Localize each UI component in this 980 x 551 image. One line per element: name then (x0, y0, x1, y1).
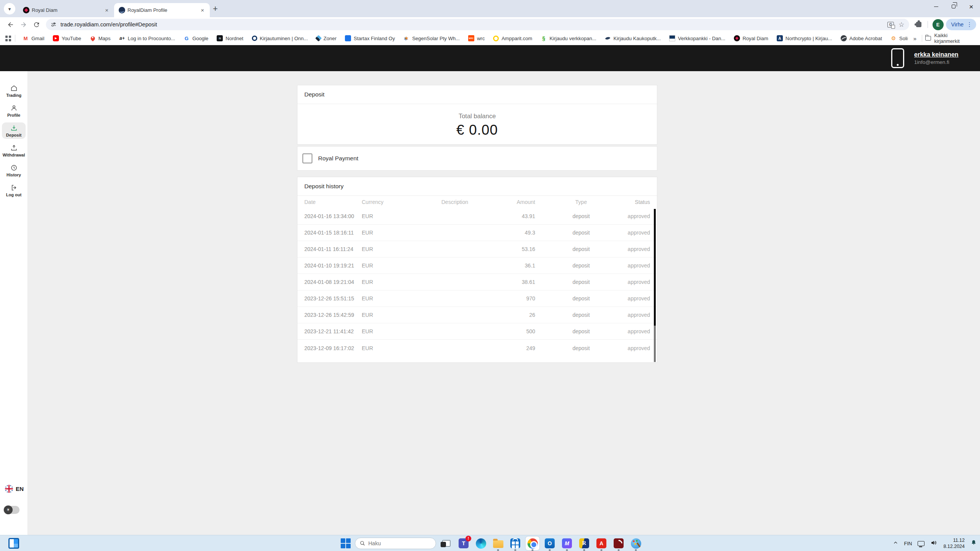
nordnet-icon: ≈ (217, 35, 223, 41)
extensions-icon[interactable] (916, 22, 921, 27)
theme-toggle[interactable]: ☀ (3, 506, 20, 514)
sidebar-item-history[interactable]: History (2, 162, 26, 179)
tray-chevron-up-icon[interactable] (893, 540, 898, 547)
sidebar-item-trading[interactable]: Trading (2, 83, 26, 99)
table-row: 2024-01-08 19:21:04EUR38.61depositapprov… (297, 274, 657, 290)
bookmark-17[interactable]: Adobe Acrobat (841, 35, 882, 41)
cell-status: approved (627, 312, 650, 318)
cell-status: approved (627, 279, 650, 285)
minimize-button[interactable] (927, 0, 945, 13)
url-text: trade.royaldiam.com/en/profile#Deposit (60, 21, 887, 28)
new-tab-button[interactable]: + (213, 4, 218, 14)
startax-icon (345, 35, 351, 41)
outlook-icon[interactable]: O (543, 536, 557, 550)
bookmark-9[interactable]: ✶SegenSolar Pty Wh... (403, 35, 460, 41)
bookmark-16[interactable]: ANorthcrypto | Kirjau... (777, 35, 832, 41)
danske-icon (669, 35, 675, 41)
bookmark-3[interactable]: a+Log in to Procounto... (119, 35, 175, 41)
profile-avatar[interactable]: E (933, 19, 944, 30)
acrobat-icon[interactable]: A (595, 536, 608, 550)
volume-icon[interactable] (930, 540, 938, 548)
bookmarks-overflow-icon[interactable]: » (913, 35, 916, 42)
teams-icon[interactable]: T! (457, 536, 470, 550)
scrollbar-thumb[interactable] (654, 209, 656, 326)
bookmark-2[interactable]: Maps (90, 35, 111, 41)
sidebar-item-withdrawal[interactable]: Withdrawal (2, 142, 26, 159)
file-explorer-icon[interactable] (491, 536, 505, 550)
reload-button[interactable] (31, 19, 42, 30)
bookmark-18[interactable]: ⚙SolisCloud Monitori... (890, 35, 908, 41)
cell-status: approved (627, 328, 650, 334)
bookmark-15[interactable]: Royal Diam (734, 35, 768, 41)
browser-tab-1[interactable]: RoyalDiam Profile× (114, 3, 210, 17)
menu-dots-icon[interactable]: ⋮ (967, 21, 972, 28)
close-icon: × (969, 3, 973, 10)
m-app-icon[interactable]: M (560, 536, 574, 550)
language-label: EN (16, 486, 24, 492)
bookmark-11[interactable]: Ampparit.com (493, 36, 532, 41)
all-bookmarks-label: Kaikki kirjanmerkit (934, 33, 972, 44)
sidebar-item-deposit[interactable]: Deposit (2, 122, 26, 139)
bookmark-star-icon[interactable]: ☆ (898, 21, 904, 29)
bookmark-0[interactable]: MGmail (23, 35, 44, 41)
language-switcher[interactable]: EN (5, 485, 24, 493)
bookmark-7[interactable]: Zoner (316, 36, 336, 41)
translate-icon[interactable]: G (887, 22, 894, 28)
bookmark-4[interactable]: GGoogle (183, 35, 208, 41)
royal-payment-checkbox[interactable] (302, 153, 312, 163)
dragon-icon[interactable] (612, 536, 626, 550)
deposit-icon (10, 124, 18, 132)
start-button[interactable] (340, 538, 351, 549)
sidebar-item-profile[interactable]: Profile (2, 103, 26, 119)
user-name-link[interactable]: erkka keinanen (914, 51, 964, 58)
cell-amount: 970 (491, 295, 535, 302)
screen: ▾ Royal Diam×RoyalDiam Profile× + × trad… (0, 0, 980, 551)
restore-button[interactable] (945, 0, 962, 13)
all-bookmarks-button[interactable]: Kaikki kirjanmerkit (925, 33, 972, 44)
tab-search-button[interactable]: ▾ (4, 3, 15, 15)
close-button[interactable]: × (962, 0, 980, 13)
chrome-icon[interactable] (526, 536, 539, 550)
tab-close-icon[interactable]: × (103, 7, 110, 14)
r-shield-icon[interactable]: R (577, 536, 591, 550)
widgets-icon[interactable] (8, 538, 19, 549)
store-icon[interactable] (508, 536, 522, 550)
search-input[interactable] (368, 540, 426, 546)
bookmark-12[interactable]: §Kirjaudu verkkopan... (541, 35, 596, 41)
minimize-icon (934, 7, 938, 7)
bookmark-10[interactable]: WRCwrc (468, 35, 485, 41)
cell-date: 2023-12-21 11:41:42 (304, 328, 362, 334)
table-row: 2023-12-26 15:42:59EUR26depositapproved (297, 307, 657, 323)
bookmark-1[interactable]: ▶YouTube (53, 35, 81, 41)
taskbar-search[interactable] (355, 538, 436, 549)
phone-icon[interactable] (891, 48, 904, 68)
cell-status: approved (627, 246, 650, 252)
cell-currency: EUR (362, 246, 418, 252)
tab-close-icon[interactable]: × (199, 7, 206, 14)
bookmark-label: Maps (98, 36, 111, 41)
notification-bell-icon[interactable] (970, 539, 977, 548)
network-icon[interactable] (918, 541, 924, 546)
bookmark-8[interactable]: Startax Finland Oy (345, 35, 395, 41)
bookmark-5[interactable]: ≈Nordnet (217, 35, 243, 41)
sidebar-item-log-out[interactable]: Log out (2, 182, 26, 199)
paint-icon[interactable] (629, 536, 643, 550)
bookmark-14[interactable]: Verkkopankki - Dan... (669, 35, 725, 41)
youtube-icon: ▶ (53, 35, 59, 41)
bookmark-13[interactable]: Kirjaudu Kaukoputk... (605, 35, 661, 41)
search-icon (360, 541, 365, 546)
task-view-icon[interactable] (439, 536, 453, 550)
clock[interactable]: 11.12 8.12.2024 (943, 537, 965, 550)
keyboard-language[interactable]: FIN (904, 541, 912, 546)
bookmark-6[interactable]: Kirjautuminen | Onn... (252, 36, 308, 41)
home-icon (10, 85, 18, 92)
url-bar[interactable]: trade.royaldiam.com/en/profile#Deposit G… (46, 19, 909, 30)
column-header-amount: Amount (491, 199, 535, 205)
browser-error-button[interactable]: Virhe ⋮ (946, 19, 976, 30)
browser-tab-0[interactable]: Royal Diam× (18, 3, 114, 17)
forward-button[interactable] (18, 19, 29, 30)
back-button[interactable] (5, 19, 16, 30)
apps-grid-icon[interactable] (5, 36, 11, 41)
table-scrollbar[interactable] (654, 209, 656, 362)
edge-icon[interactable] (474, 536, 488, 550)
